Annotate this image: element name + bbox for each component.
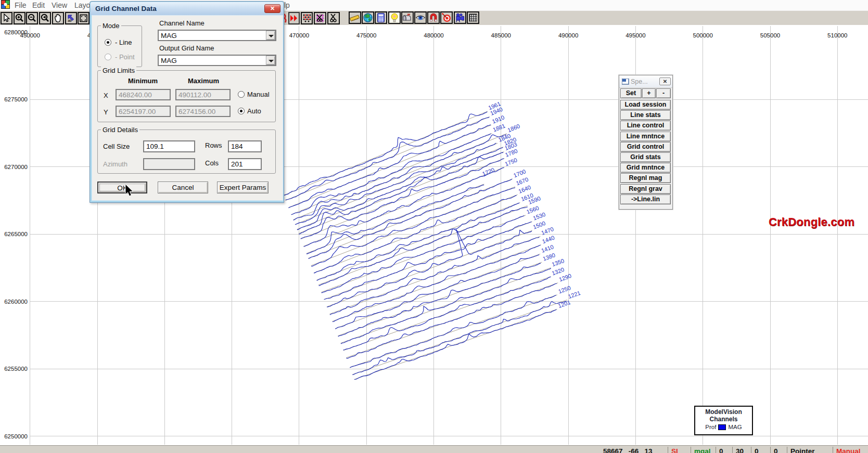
svg-text:1201: 1201 xyxy=(557,299,571,309)
svg-text:480000: 480000 xyxy=(424,32,443,38)
svg-text:510000: 510000 xyxy=(827,32,847,38)
svg-text:1440: 1440 xyxy=(541,235,555,245)
svg-text:1290: 1290 xyxy=(558,273,572,282)
svg-text:1530: 1530 xyxy=(532,211,546,222)
svg-text:3D: 3D xyxy=(68,19,72,22)
svg-text:485000: 485000 xyxy=(491,32,511,38)
svg-text:1720: 1720 xyxy=(481,166,495,177)
svg-text:495000: 495000 xyxy=(626,32,645,38)
svg-text:6275000: 6275000 xyxy=(4,96,28,102)
svg-text:475000: 475000 xyxy=(356,32,376,38)
svg-text:500000: 500000 xyxy=(693,32,713,38)
svg-text:505000: 505000 xyxy=(760,32,780,38)
svg-text:6250000: 6250000 xyxy=(4,433,28,439)
svg-text:470000: 470000 xyxy=(289,32,309,38)
svg-text:6270000: 6270000 xyxy=(4,164,28,170)
svg-text:6265000: 6265000 xyxy=(4,231,28,237)
svg-text:6280000: 6280000 xyxy=(4,29,28,35)
svg-text:1860: 1860 xyxy=(507,123,521,133)
svg-text:490000: 490000 xyxy=(558,32,578,38)
svg-text:1350: 1350 xyxy=(551,257,565,268)
svg-text:6255000: 6255000 xyxy=(4,366,28,372)
svg-text:6260000: 6260000 xyxy=(4,299,28,305)
